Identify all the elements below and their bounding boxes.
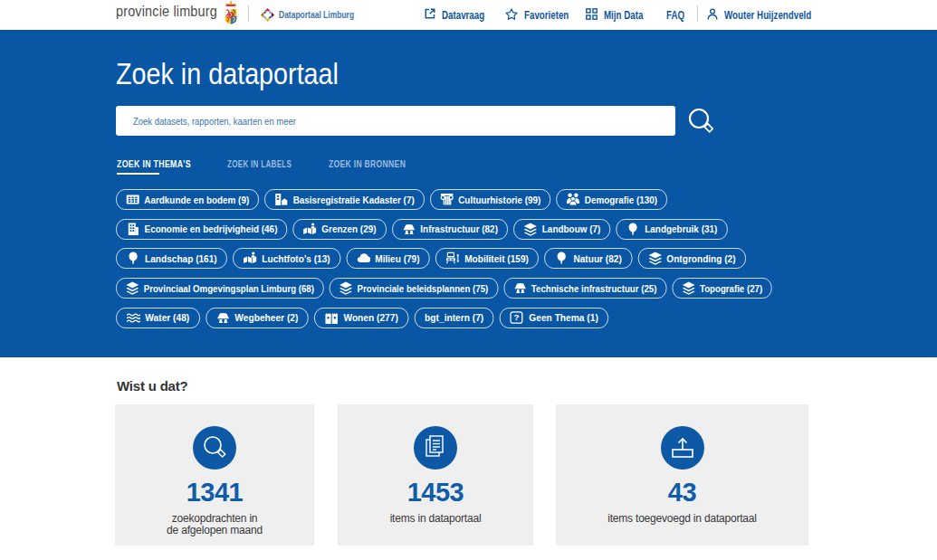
svg-text:?: ?: [514, 312, 520, 322]
